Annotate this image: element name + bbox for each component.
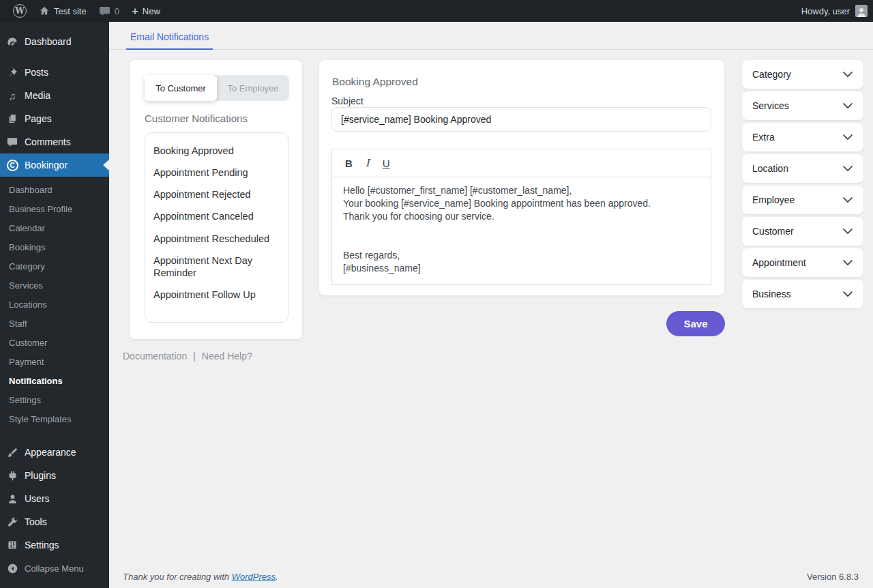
italic-button[interactable]: I <box>366 158 370 168</box>
brush-icon <box>5 445 19 459</box>
notification-list-item[interactable]: Appointment Pending <box>145 162 288 183</box>
wordpress-menu[interactable]: W <box>7 0 33 22</box>
placeholder-group[interactable]: Business <box>742 280 863 308</box>
chevron-down-icon <box>842 71 853 78</box>
plus-icon: + <box>132 5 138 17</box>
placeholder-group[interactable]: Category <box>742 60 863 89</box>
email-body-line: Hello [#customer_first_name] [#customer_… <box>343 185 700 198</box>
email-body-editor[interactable]: Hello [#customer_first_name] [#customer_… <box>331 177 711 285</box>
main-content: Email Notifications To Customer To Emplo… <box>109 22 873 588</box>
wrench-icon <box>5 515 19 529</box>
sidebar-item-users[interactable]: Users <box>0 487 109 510</box>
placeholder-group[interactable]: Extra <box>742 123 863 151</box>
sidebar-item-media[interactable]: ♫ Media <box>0 84 109 107</box>
placeholder-group[interactable]: Services <box>742 91 863 120</box>
sidebar-subitem[interactable]: Business Profile <box>0 199 109 218</box>
sidebar-subitem[interactable]: Settings <box>0 390 109 409</box>
sidebar-subitem-label: Business Profile <box>9 204 72 214</box>
gauge-icon <box>5 35 19 48</box>
collapse-menu-button[interactable]: Collapse Menu <box>0 558 109 578</box>
sidebar-subitem[interactable]: Payment <box>0 352 109 371</box>
sidebar-subitem[interactable]: Customer <box>0 333 109 352</box>
sidebar-item-tools[interactable]: Tools <box>0 510 109 533</box>
customer-notifications-heading: Customer Notifications <box>145 113 248 124</box>
admin-bar-account[interactable]: Howdy, user <box>801 0 873 22</box>
email-body-line: Thank you for choosing our service. <box>343 211 700 224</box>
placeholder-group-label: Services <box>752 100 789 111</box>
sidebar-item-plugins[interactable]: Plugins <box>0 464 109 487</box>
placeholder-group-label: Category <box>752 69 791 80</box>
to-customer-tab[interactable]: To Customer <box>145 75 217 101</box>
sidebar-item-comments[interactable]: Comments <box>0 130 109 153</box>
sidebar-item-pages[interactable]: Pages <box>0 107 109 130</box>
sidebar-item-label: Appearance <box>25 447 76 458</box>
sidebar-item-label: Users <box>25 493 50 504</box>
bookingor-submenu: Dashboard Business Profile Calendar Book… <box>0 177 109 434</box>
notification-list-item[interactable]: Appointment Canceled <box>145 205 288 227</box>
notification-list-item[interactable]: Appointment Rejected <box>145 183 288 205</box>
sidebar-subitem-label: Payment <box>9 357 44 367</box>
admin-bar-left: W Test site 0 + New <box>0 0 166 22</box>
sidebar-subitem[interactable]: Calendar <box>0 218 109 237</box>
sidebar-subitem[interactable]: Bookings <box>0 237 109 256</box>
wordpress-link[interactable]: WordPress <box>232 572 276 582</box>
site-name-link[interactable]: Test site <box>33 0 93 22</box>
notification-item-label: Appointment Follow Up <box>153 289 256 300</box>
notification-item-label: Appointment Rejected <box>153 189 251 200</box>
sidebar-item-posts[interactable]: Posts <box>0 61 109 84</box>
sidebar-subitem[interactable]: Category <box>0 256 109 276</box>
notification-list-item[interactable]: Appointment Rescheduled <box>145 228 288 250</box>
sidebar-subitem[interactable]: Style Templates <box>0 409 109 428</box>
need-help-link[interactable]: Need Help? <box>202 351 252 362</box>
sidebar-subitem-label: Settings <box>9 395 41 405</box>
sidebar-item-label: Tools <box>25 516 47 527</box>
pages-icon <box>5 112 19 126</box>
save-button[interactable]: Save <box>666 311 725 336</box>
chevron-down-icon <box>842 102 853 109</box>
notification-item-label: Appointment Pending <box>153 167 248 178</box>
sidebar-item-appearance[interactable]: Appearance <box>0 441 109 464</box>
sidebar-item-dashboard[interactable]: Dashboard <box>0 30 109 53</box>
help-links: Documentation | Need Help? <box>123 351 252 362</box>
version-text: Version 6.8.3 <box>807 572 859 582</box>
documentation-link[interactable]: Documentation <box>123 351 187 362</box>
editor-toolbar: B I U <box>331 149 711 177</box>
sidebar-subitem[interactable]: Staff <box>0 314 109 333</box>
sidebar-item-settings[interactable]: Settings <box>0 533 109 557</box>
sidebar-subitem[interactable]: Notifications <box>0 371 109 390</box>
chevron-down-icon <box>842 291 853 297</box>
notification-item-label: Appointment Canceled <box>153 211 254 222</box>
admin-bar-new-button[interactable]: + New <box>125 0 166 22</box>
placeholder-group[interactable]: Appointment <box>742 248 863 277</box>
chevron-down-icon <box>842 259 853 266</box>
email-body-line: [#business_name] <box>343 263 700 276</box>
sidebar-subitem[interactable]: Dashboard <box>0 180 109 199</box>
admin-bar-comments[interactable]: 0 <box>93 0 125 22</box>
placeholder-group[interactable]: Employee <box>742 186 863 214</box>
footer-thanks: Thank you for creating with WordPress. <box>123 572 278 582</box>
howdy-text: Howdy, user <box>801 6 850 16</box>
notification-list-item[interactable]: Appointment Follow Up <box>145 284 288 306</box>
placeholder-group[interactable]: Customer <box>742 217 863 246</box>
media-notes-icon: ♫ <box>5 89 19 102</box>
notification-list-item[interactable]: Booking Approved <box>145 140 288 162</box>
to-employee-tab[interactable]: To Employee <box>217 75 289 101</box>
sidebar-item-label: Plugins <box>25 470 56 481</box>
comments-bubble-icon <box>99 6 110 16</box>
subject-input[interactable] <box>331 107 711 132</box>
underline-button[interactable]: U <box>383 158 390 168</box>
collapse-arrow-icon <box>5 561 19 575</box>
sidebar-item-bookingor[interactable]: C Bookingor <box>0 153 109 177</box>
bold-button[interactable]: B <box>345 158 353 168</box>
notification-list-item[interactable]: Appointment Next Day Reminder <box>145 250 288 284</box>
notification-item-label: Booking Approved <box>153 145 234 156</box>
email-body-line: Your booking [#service_name] Booking app… <box>343 198 700 211</box>
placeholder-group-label: Appointment <box>752 257 806 268</box>
recipient-toggle: To Customer To Employee <box>145 75 289 101</box>
sidebar-subitem[interactable]: Services <box>0 276 109 295</box>
tab-email-notifications[interactable]: Email Notifications <box>126 31 213 50</box>
active-menu-arrow <box>103 160 109 171</box>
placeholder-group[interactable]: Location <box>742 154 863 183</box>
notification-list: Booking Approved Appointment Pending App… <box>145 132 288 323</box>
sidebar-subitem[interactable]: Locations <box>0 295 109 314</box>
